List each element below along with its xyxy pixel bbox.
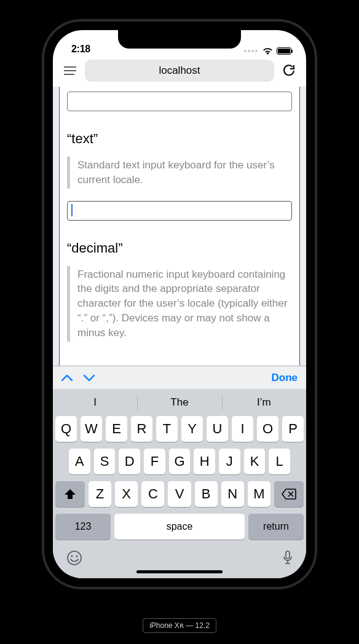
key-g[interactable]: G: [169, 449, 191, 474]
cellular-dots-icon: [244, 50, 258, 52]
next-field-button[interactable]: [84, 374, 95, 382]
key-shift[interactable]: [55, 481, 85, 507]
menu-button[interactable]: [59, 60, 81, 82]
keyboard-field-nav: [61, 374, 95, 382]
url-bar[interactable]: localhost: [85, 60, 274, 82]
section-heading-text: “text”: [67, 131, 292, 147]
key-v[interactable]: V: [168, 481, 191, 507]
dictation-button[interactable]: [283, 551, 293, 568]
emoji-button[interactable]: [66, 550, 82, 568]
key-p[interactable]: P: [282, 416, 304, 442]
key-row-4: 123 space return: [53, 514, 306, 540]
key-c[interactable]: C: [141, 481, 164, 507]
input-none[interactable]: [67, 92, 292, 111]
key-x[interactable]: X: [115, 481, 138, 507]
keyboard-accessory-bar: Done: [53, 366, 306, 389]
key-m[interactable]: M: [248, 481, 270, 507]
section-desc-text: Standard text input keyboard for the use…: [67, 157, 292, 189]
key-u[interactable]: U: [207, 416, 228, 442]
section-desc-decimal: Fractional numeric input keyboard contai…: [67, 266, 292, 342]
shift-icon: [64, 489, 76, 500]
keyboard-done-button[interactable]: Done: [272, 372, 298, 384]
page-content[interactable]: “text” Standard text input keyboard for …: [53, 87, 306, 366]
chevron-down-icon: [84, 374, 95, 382]
text-caret: [71, 204, 73, 216]
device-frame: 2:18 localhost: [44, 22, 315, 587]
key-q[interactable]: Q: [55, 416, 77, 442]
home-indicator[interactable]: [136, 570, 223, 573]
key-n[interactable]: N: [221, 481, 244, 507]
key-k[interactable]: K: [244, 449, 266, 474]
key-d[interactable]: D: [119, 449, 140, 474]
input-text[interactable]: [67, 201, 292, 221]
reload-button[interactable]: [278, 60, 300, 82]
svg-point-5: [68, 551, 81, 565]
key-h[interactable]: H: [194, 449, 215, 474]
keyboard: I The I’m Q W E R T Y U I O P A S D F: [53, 389, 306, 578]
key-z[interactable]: Z: [89, 481, 111, 507]
device-label: iPhone Xʀ — 12.2: [143, 618, 216, 633]
key-space[interactable]: space: [114, 514, 245, 540]
backspace-icon: [282, 489, 296, 500]
svg-rect-8: [286, 551, 290, 559]
key-t[interactable]: T: [156, 416, 178, 442]
microphone-icon: [283, 551, 293, 565]
content-panel: “text” Standard text input keyboard for …: [59, 87, 300, 366]
suggestion-2[interactable]: The: [137, 389, 221, 416]
key-j[interactable]: J: [219, 449, 240, 474]
notch: [118, 30, 241, 49]
section-heading-decimal: “decimal”: [67, 240, 292, 256]
url-label: localhost: [159, 65, 200, 77]
key-mode-123[interactable]: 123: [55, 514, 111, 540]
key-w[interactable]: W: [81, 416, 102, 442]
key-return[interactable]: return: [248, 514, 304, 540]
key-l[interactable]: L: [269, 449, 290, 474]
suggestion-1[interactable]: I: [53, 389, 137, 416]
key-i[interactable]: I: [232, 416, 253, 442]
key-e[interactable]: E: [106, 416, 127, 442]
chevron-up-icon: [61, 374, 73, 382]
key-y[interactable]: Y: [181, 416, 203, 442]
key-f[interactable]: F: [144, 449, 165, 474]
status-time: 2:18: [71, 44, 90, 55]
suggestion-bar: I The I’m: [53, 389, 306, 416]
key-r[interactable]: R: [131, 416, 152, 442]
wifi-icon: [262, 47, 273, 55]
key-row-1: Q W E R T Y U I O P: [53, 416, 306, 442]
svg-point-7: [76, 556, 78, 557]
menu-icon: [64, 66, 76, 75]
screen: 2:18 localhost: [53, 30, 306, 578]
key-backspace[interactable]: [274, 481, 304, 507]
suggestion-3[interactable]: I’m: [222, 389, 306, 416]
prev-field-button[interactable]: [61, 374, 73, 382]
emoji-icon: [66, 550, 82, 566]
battery-icon: [277, 47, 291, 55]
svg-point-6: [71, 556, 73, 557]
key-row-3: Z X C V B N M: [53, 481, 306, 507]
key-o[interactable]: O: [257, 416, 278, 442]
status-indicators: [244, 47, 291, 55]
key-row-2: A S D F G H J K L: [53, 449, 306, 474]
key-a[interactable]: A: [69, 449, 90, 474]
side-button-power: [315, 166, 317, 218]
key-b[interactable]: B: [195, 481, 218, 507]
reload-icon: [283, 64, 295, 77]
browser-toolbar: localhost: [59, 57, 300, 84]
key-s[interactable]: S: [94, 449, 116, 474]
